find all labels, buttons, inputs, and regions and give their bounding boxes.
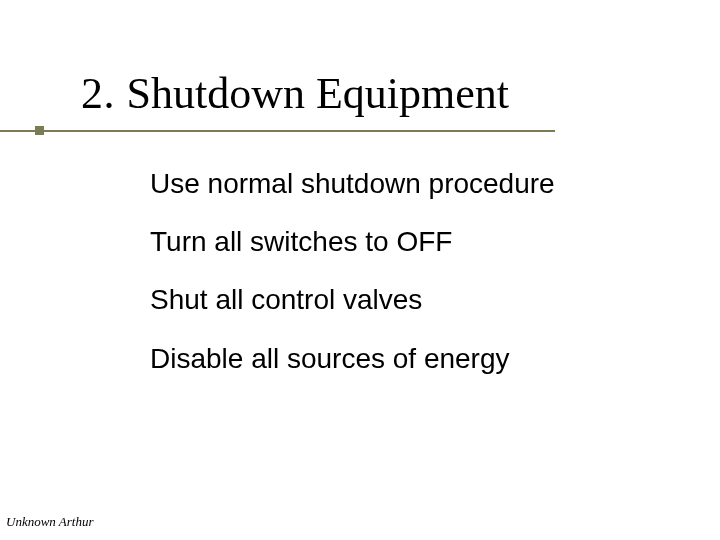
slide: 2. Shutdown Equipment Use normal shutdow…: [0, 0, 720, 540]
slide-title: 2. Shutdown Equipment: [81, 70, 509, 118]
footer-author: Unknown Arthur: [6, 514, 94, 530]
accent-square-icon: [35, 126, 44, 135]
list-item: Disable all sources of energy: [150, 343, 670, 375]
body-list: Use normal shutdown procedure Turn all s…: [150, 168, 670, 401]
list-item: Turn all switches to OFF: [150, 226, 670, 258]
list-item: Use normal shutdown procedure: [150, 168, 670, 200]
title-number: 2.: [81, 69, 127, 118]
list-item: Shut all control valves: [150, 284, 670, 316]
title-text: Shutdown Equipment: [127, 69, 510, 118]
title-underline: [0, 130, 555, 132]
